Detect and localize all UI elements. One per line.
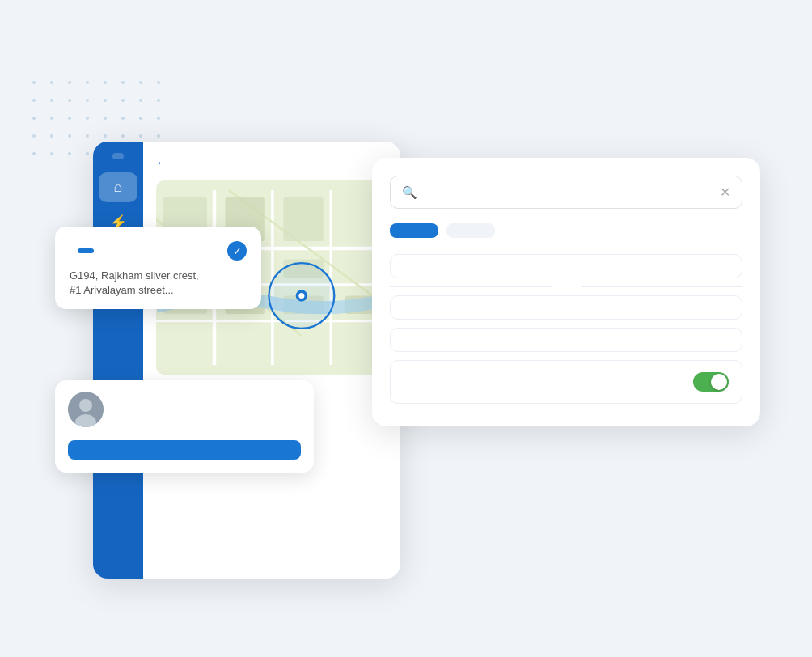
divider-line-left bbox=[390, 286, 552, 287]
hub-card: ✓ G194, Rajkham silver crest,#1 Arivalay… bbox=[55, 227, 261, 309]
tab-hub[interactable] bbox=[390, 223, 438, 238]
toggle-knob bbox=[711, 374, 727, 390]
divider-line-right bbox=[581, 286, 742, 287]
driver-avatar bbox=[68, 392, 104, 427]
hub-check-icon: ✓ bbox=[227, 241, 247, 261]
link-driver-button[interactable] bbox=[68, 440, 301, 460]
store-name-field[interactable] bbox=[390, 254, 742, 278]
delivery-zones-row bbox=[390, 360, 742, 404]
home-icon: ⌂ bbox=[114, 179, 123, 196]
back-arrow-icon: ← bbox=[156, 156, 167, 169]
tab-store[interactable] bbox=[446, 223, 495, 238]
sidebar-item-home[interactable]: ⌂ bbox=[99, 172, 137, 202]
open-timings-field[interactable] bbox=[390, 328, 742, 352]
search-bar[interactable]: 🔍 ✕ bbox=[390, 176, 742, 209]
search-icon: 🔍 bbox=[402, 185, 417, 200]
sidebar-logo bbox=[112, 153, 124, 159]
hub-badge bbox=[78, 248, 94, 253]
svg-point-22 bbox=[79, 399, 92, 412]
tab-group bbox=[390, 223, 742, 238]
store-detail-panel: 🔍 ✕ bbox=[372, 158, 760, 426]
step-nav: ← bbox=[156, 156, 387, 169]
driver-info bbox=[68, 392, 301, 427]
hub-address: G194, Rajkham silver crest,#1 Arivalayam… bbox=[70, 269, 247, 298]
scene: const dp = document.querySelector('.dot-… bbox=[0, 0, 812, 657]
hub-card-header: ✓ bbox=[70, 241, 247, 261]
store-wizard-panel: ⌂ ⚡ 📍 ← bbox=[93, 142, 400, 579]
search-clear-icon[interactable]: ✕ bbox=[720, 184, 730, 200]
wizard-content: ← bbox=[143, 142, 400, 579]
delivery-zones-toggle[interactable] bbox=[693, 372, 729, 392]
svg-rect-11 bbox=[283, 197, 323, 241]
optional-divider bbox=[390, 286, 742, 287]
delivery-type-field[interactable] bbox=[390, 295, 742, 320]
wizard-sidebar: ⌂ ⚡ 📍 bbox=[93, 142, 143, 579]
driver-card bbox=[55, 380, 314, 473]
svg-point-20 bbox=[298, 293, 304, 299]
